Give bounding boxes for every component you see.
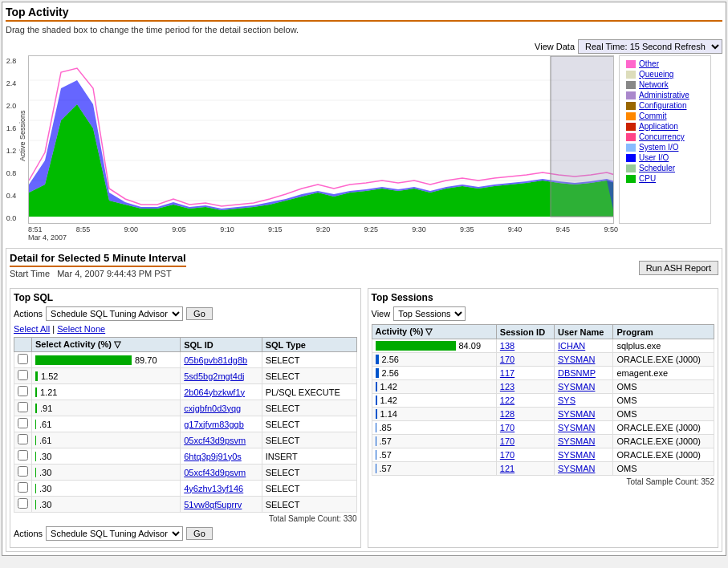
- session-username-link[interactable]: SYSMAN: [558, 423, 595, 432]
- session-activity-cell: .85: [372, 421, 496, 435]
- legend-color-administrative: [626, 91, 636, 99]
- session-username-link[interactable]: SYSMAN: [558, 355, 595, 364]
- sql-row-checkbox[interactable]: [18, 402, 28, 412]
- session-program-cell: ORACLE.EXE (J000): [613, 435, 714, 448]
- sql-id-link[interactable]: 5sd5bg2mgt4dj: [184, 371, 244, 381]
- session-username-link[interactable]: SYSMAN: [558, 409, 595, 419]
- sessions-table-row: .85 170 SYSMAN ORACLE.EXE (J000): [372, 421, 714, 435]
- sql-id-link[interactable]: 2b064ybzkwf1y: [184, 387, 245, 397]
- sql-actions-select-bottom[interactable]: Schedule SQL Tuning Advisor: [46, 526, 183, 541]
- session-id-link[interactable]: 138: [500, 341, 514, 351]
- page-title: Top Activity: [6, 6, 722, 22]
- sql-row-activity: .30: [32, 481, 181, 497]
- sql-row-activity: .30: [32, 497, 181, 513]
- sql-type-cell: SELECT: [262, 497, 356, 513]
- activity-chart[interactable]: [28, 55, 614, 224]
- sessions-table-row: 2.56 117 DBSNMP emagent.exe: [372, 367, 714, 380]
- sql-id-link[interactable]: 05xcf43d9psvm: [184, 468, 246, 477]
- session-username-link[interactable]: ICHAN: [558, 341, 585, 351]
- sql-id-link[interactable]: 05xcf43d9psvm: [184, 436, 246, 445]
- sql-row-checkbox[interactable]: [18, 434, 28, 444]
- sql-table-row: .30 51vw8qf5uprrv SELECT: [14, 497, 357, 513]
- session-activity-bar: [376, 423, 376, 432]
- sessions-table-row: 1.42 123 SYSMAN OMS: [372, 380, 714, 394]
- sql-row-checkbox[interactable]: [18, 498, 28, 509]
- y-axis-label: Active Sessions: [17, 55, 28, 216]
- x-axis: 8:51 8:55 9:00 9:05 9:10 9:15 9:20 9:25 …: [6, 225, 722, 233]
- sql-row-checkbox[interactable]: [18, 354, 28, 364]
- sessions-table-row: .57 121 SYSMAN OMS: [372, 462, 714, 476]
- sql-col-activity[interactable]: Select Activity (%) ▽: [32, 338, 181, 352]
- sql-go-button[interactable]: Go: [186, 307, 213, 320]
- session-username-link[interactable]: SYSMAN: [558, 464, 595, 473]
- sql-go-button-bottom[interactable]: Go: [186, 527, 213, 540]
- session-id-link[interactable]: 170: [500, 423, 514, 432]
- legend-link-network[interactable]: Network: [639, 80, 669, 89]
- sql-actions-label: Actions: [14, 309, 43, 318]
- legend-link-application[interactable]: Application: [639, 122, 678, 131]
- sessions-table: Activity (%) ▽ Session ID User Name Prog…: [372, 324, 715, 476]
- session-username-link[interactable]: SYS: [558, 396, 575, 405]
- activity-bar: [35, 484, 36, 493]
- legend-link-commit[interactable]: Commit: [639, 112, 666, 120]
- session-username-link[interactable]: SYSMAN: [558, 382, 595, 392]
- sessions-col-activity[interactable]: Activity (%) ▽: [372, 325, 496, 339]
- session-id-link[interactable]: 128: [500, 409, 514, 419]
- sql-actions-bar: Actions Schedule SQL Tuning Advisor Go: [14, 306, 357, 321]
- sql-actions-select[interactable]: Schedule SQL Tuning Advisor: [46, 306, 183, 321]
- run-ash-report-button[interactable]: Run ASH Report: [639, 261, 718, 275]
- sql-id-link[interactable]: cxjgbfn0d3yqg: [184, 404, 241, 413]
- session-id-link[interactable]: 121: [500, 464, 514, 473]
- select-none-link[interactable]: Select None: [57, 324, 105, 334]
- legend-link-userio[interactable]: User I/O: [639, 153, 669, 162]
- legend-link-cpu[interactable]: CPU: [639, 174, 656, 183]
- session-username-link[interactable]: DBSNMP: [558, 368, 596, 378]
- session-id-link[interactable]: 117: [500, 368, 514, 378]
- activity-bar: [35, 387, 37, 397]
- sql-id-link[interactable]: 51vw8qf5uprrv: [184, 500, 242, 509]
- session-id-link[interactable]: 170: [500, 450, 514, 460]
- session-id-link[interactable]: 122: [500, 396, 514, 405]
- sql-id-link[interactable]: 05b6pvb81dg8b: [184, 355, 247, 365]
- sql-row-checkbox[interactable]: [18, 482, 28, 493]
- legend-link-administrative[interactable]: Administrative: [639, 91, 689, 99]
- session-id-link[interactable]: 123: [500, 382, 514, 392]
- sql-row-checkbox[interactable]: [18, 450, 28, 460]
- sql-id-link[interactable]: 4y6zhv13yf146: [184, 484, 243, 493]
- sql-type-cell: PL/SQL EXECUTE: [262, 384, 356, 400]
- legend-item-concurrency: Concurrency: [626, 132, 704, 141]
- legend-link-scheduler[interactable]: Scheduler: [639, 164, 675, 172]
- sql-id-link[interactable]: 6htq3p9j91y0s: [184, 452, 242, 461]
- activity-bar: [35, 452, 36, 461]
- top-sessions-title: Top Sessions: [372, 292, 715, 303]
- sql-type-cell: SELECT: [262, 352, 356, 368]
- session-activity-cell: 1.42: [372, 380, 496, 394]
- sql-row-checkbox[interactable]: [18, 370, 28, 380]
- sessions-col-username: User Name: [554, 325, 612, 339]
- view-data-bar: View Data Real Time: 15 Second Refresh: [6, 39, 722, 54]
- session-id-link[interactable]: 170: [500, 436, 514, 446]
- sessions-col-sessionid: Session ID: [496, 325, 554, 339]
- session-activity-cell: 84.09: [372, 339, 496, 353]
- session-username-link[interactable]: SYSMAN: [558, 436, 595, 446]
- sql-type-cell: SELECT: [262, 400, 356, 416]
- sql-row-checkbox[interactable]: [18, 386, 28, 396]
- legend-color-cpu: [626, 175, 636, 183]
- selection-box[interactable]: [551, 56, 614, 217]
- legend-link-other[interactable]: Other: [639, 59, 659, 68]
- select-all-link[interactable]: Select All: [14, 324, 50, 334]
- sessions-view-select[interactable]: Top Sessions: [393, 306, 466, 321]
- sql-row-checkbox[interactable]: [18, 418, 28, 428]
- sql-row-checkbox[interactable]: [18, 466, 28, 477]
- session-username-link[interactable]: SYSMAN: [558, 450, 595, 460]
- legend-link-configuration[interactable]: Configuration: [639, 101, 686, 110]
- sql-table-row: .30 05xcf43d9psvm SELECT: [14, 465, 357, 481]
- legend-link-concurrency[interactable]: Concurrency: [639, 132, 685, 141]
- sql-id-link[interactable]: g17xjfym83gqb: [184, 420, 244, 429]
- view-data-label: View Data: [535, 42, 575, 51]
- sql-table-row: .61 05xcf43d9psvm SELECT: [14, 432, 357, 448]
- legend-link-queueing[interactable]: Queueing: [639, 70, 673, 79]
- session-id-link[interactable]: 170: [500, 355, 514, 364]
- legend-link-systemio[interactable]: System I/O: [639, 143, 678, 152]
- view-data-select[interactable]: Real Time: 15 Second Refresh: [578, 39, 722, 54]
